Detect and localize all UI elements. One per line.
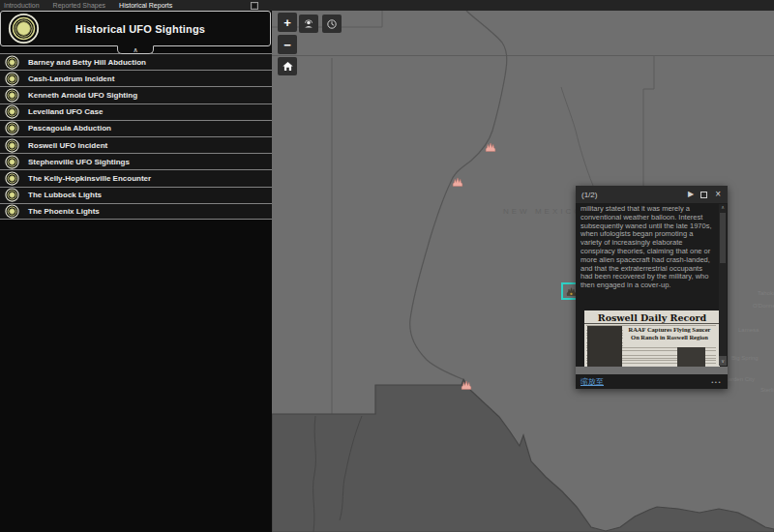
map-region-label: NEW MEXICO [503, 207, 582, 216]
sidebar-item[interactable]: Cash-Landrum Incident [0, 70, 272, 86]
panel-header: Historical UFO Sightings [0, 11, 271, 46]
feature-popup: (1/2) ▶ × military stated that it was me… [576, 186, 728, 389]
person-button[interactable] [299, 15, 318, 33]
ufo-icon [461, 380, 472, 390]
close-icon[interactable]: × [715, 186, 721, 203]
popup-pager: (1/2) [581, 191, 688, 199]
ufo-rings-icon [5, 104, 19, 119]
mexico-region [272, 379, 774, 532]
tab-historical-reports[interactable]: Historical Reports [119, 0, 172, 11]
pecos-river [561, 87, 593, 186]
sidebar-item-label: Stephenville UFO Sightings [28, 158, 130, 166]
sidebar-item[interactable]: Barney and Betty Hill Abduction [0, 53, 272, 70]
newspaper-masthead: Roswell Daily Record [584, 310, 720, 324]
popup-menu-dots[interactable]: ••• [711, 379, 722, 385]
ufo-rings-icon [5, 121, 19, 135]
sidebar-item-label: Levelland UFO Case [28, 107, 103, 116]
popup-header: (1/2) ▶ × [576, 186, 728, 203]
clock-icon [326, 18, 338, 30]
ufo-rings-icon [5, 204, 19, 219]
ufo-rings-icon [8, 13, 40, 44]
rio-grande-river [410, 11, 507, 379]
sidebar-item-label: Kenneth Arnold UFO Sighting [28, 91, 137, 100]
headline-line1: RAAF Captures Flying Saucer [628, 326, 710, 333]
sidebar-item[interactable]: Levelland UFO Case [0, 103, 272, 120]
scrollbar-thumb[interactable] [720, 213, 726, 263]
ufo-rings-icon [5, 88, 19, 103]
ufo-rings-icon [5, 55, 19, 70]
popup-body: military stated that it was merely a con… [576, 203, 728, 367]
sidebar-item[interactable]: The Phoenix Lights [0, 203, 272, 220]
zoom-in-button[interactable]: + [278, 13, 297, 32]
sidebar-item-label: Barney and Betty Hill Abduction [28, 58, 146, 67]
sidebar-item-label: Roswell UFO Incident [28, 141, 107, 150]
newspaper-photo-left [587, 326, 622, 367]
ufo-rings-icon [5, 171, 19, 186]
sidebar-item-label: Pascagoula Abduction [28, 124, 111, 133]
sidebar-item-label: The Lubbock Lights [28, 191, 102, 199]
tab-reported-shapes[interactable]: Reported Shapes [53, 0, 105, 11]
newspaper-photo-right [677, 347, 705, 367]
sidebar-item-label: Cash-Landrum Incident [28, 74, 114, 83]
headline-line2: On Ranch in Roswell Region [631, 334, 708, 340]
city-label: Garden City [724, 376, 755, 382]
maximize-icon[interactable] [700, 192, 707, 198]
ufo-rings-icon [5, 72, 19, 86]
city-label: O'Donnell [753, 303, 774, 309]
popup-footer: 缩放至 ••• [576, 374, 728, 389]
sightings-list: Barney and Betty Hill AbductionCash-Land… [0, 53, 272, 220]
ufo-marker[interactable] [461, 376, 472, 386]
top-tab-bar: Introduction Reported Shapes Historical … [0, 0, 774, 11]
home-button[interactable] [278, 57, 297, 75]
ufo-marker[interactable] [485, 138, 496, 148]
scroll-down-icon[interactable]: ∨ [719, 356, 727, 366]
ufo-icon-selected [566, 287, 577, 296]
home-icon [282, 60, 294, 73]
ufo-marker[interactable] [452, 173, 463, 183]
tab-introduction[interactable]: Introduction [4, 0, 40, 11]
next-feature-icon[interactable]: ▶ [688, 186, 694, 203]
sidebar-item-label: The Kelly-Hopkinsville Encounter [28, 174, 151, 183]
panel-title: Historical UFO Sightings [40, 23, 270, 35]
collapse-window-icon[interactable] [251, 2, 258, 10]
sidebar-item[interactable]: The Kelly-Hopkinsville Encounter [0, 169, 272, 186]
zoom-out-button[interactable]: − [278, 35, 297, 54]
sidebar-item[interactable]: Pascagoula Abduction [0, 120, 272, 136]
ufo-icon [485, 142, 496, 152]
sidebar-item[interactable]: The Lubbock Lights [0, 187, 272, 203]
city-label: Sterling City [760, 387, 774, 393]
ufo-rings-icon [5, 138, 19, 153]
zoom-to-link[interactable]: 缩放至 [580, 376, 711, 387]
clock-button[interactable] [322, 15, 342, 33]
popup-description: military stated that it was merely a con… [580, 205, 713, 290]
city-label: Lamesa [738, 327, 759, 333]
popup-scrollbar[interactable]: ∧ ∨ [719, 204, 727, 366]
city-label: Tahoka [758, 290, 774, 296]
collapse-panel-tab[interactable]: ∧ [117, 45, 154, 54]
ufo-rings-icon [5, 155, 19, 169]
ufo-icon [452, 177, 463, 187]
ufo-rings-icon [5, 188, 19, 202]
sidebar-item[interactable]: Stephenville UFO Sightings [0, 153, 272, 169]
city-label: Big Spring [731, 355, 759, 361]
sidebar-item[interactable]: Roswell UFO Incident [0, 136, 272, 153]
sidebar-item[interactable]: Kenneth Arnold UFO Sighting [0, 86, 272, 103]
person-icon [303, 18, 314, 30]
scroll-up-icon[interactable]: ∧ [719, 204, 727, 210]
sidebar: Historical UFO Sightings ∧ Barney and Be… [0, 0, 272, 532]
newspaper-image[interactable]: Roswell Daily Record RAAF Captures Flyin… [584, 310, 720, 367]
newspaper-headline: RAAF Captures Flying Saucer On Ranch in … [623, 326, 716, 346]
sidebar-item-label: The Phoenix Lights [28, 207, 100, 216]
